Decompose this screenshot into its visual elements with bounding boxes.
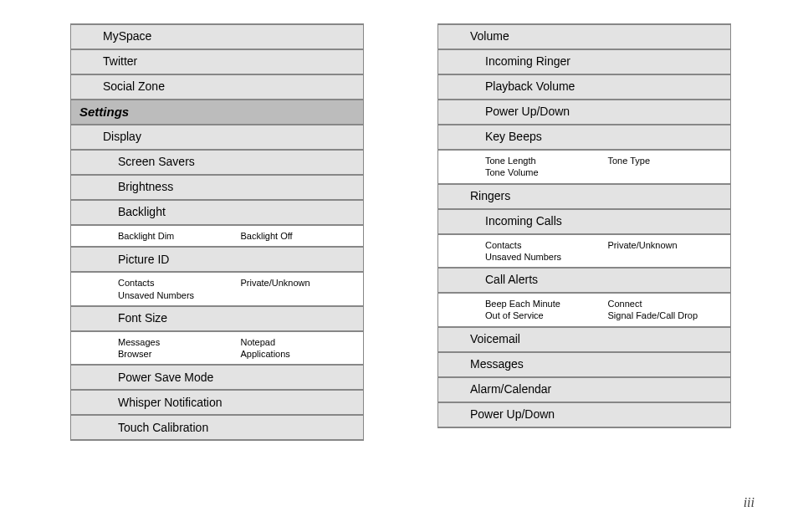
toc-row: Display — [70, 125, 364, 151]
toc-leaf-item: Backlight Off — [241, 230, 364, 242]
toc-row: Alarm/Calendar — [437, 378, 731, 403]
toc-row-label: Touch Calibration — [118, 422, 208, 434]
toc-row: MySpace — [70, 25, 364, 50]
toc-row: Twitter — [70, 50, 364, 75]
toc-row: Ringers — [437, 185, 731, 210]
toc-leaf-item: Private/Unknown — [241, 277, 364, 289]
toc-row-label: MySpace — [103, 30, 151, 43]
toc-leaf-item: Signal Fade/Call Drop — [608, 309, 731, 321]
toc-row: Key Beeps — [437, 125, 731, 151]
toc-row-label: Screen Savers — [118, 156, 195, 168]
toc-row-label: Ringers — [470, 190, 510, 202]
toc-row-label: Call Alerts — [485, 274, 538, 286]
toc-left-column: MySpaceTwitterSocial ZoneSettingsDisplay… — [70, 23, 364, 441]
toc-leaf-row: Tone LengthTone VolumeTone Type — [437, 151, 731, 185]
toc-row-label: Settings — [79, 105, 129, 120]
toc-row: Call Alerts — [437, 269, 731, 294]
toc-section-header: Settings — [70, 100, 364, 125]
toc-row: Whisper Notification — [70, 391, 364, 416]
toc-row-label: Playback Volume — [485, 80, 575, 93]
toc-leaf-item: Beep Each Minute — [485, 298, 608, 309]
toc-leaf-row: MessagesBrowserNotepadApplications — [70, 332, 364, 366]
toc-row: Picture ID — [70, 248, 364, 273]
toc-leaf-item: Tone Length — [485, 155, 608, 166]
toc-row-label: Font Size — [118, 312, 167, 325]
toc-right-column: VolumeIncoming RingerPlayback VolumePowe… — [437, 23, 731, 441]
toc-row-label: Backlight — [118, 206, 166, 218]
page-number: iii — [744, 495, 755, 510]
toc-row: Power Save Mode — [70, 366, 364, 391]
toc-leaf-row: ContactsUnsaved NumbersPrivate/Unknown — [70, 273, 364, 307]
toc-row-label: Power Save Mode — [118, 371, 213, 384]
toc-leaf-row: Beep Each MinuteOut of ServiceConnectSig… — [437, 294, 731, 328]
toc-leaf-item: Out of Service — [485, 309, 608, 321]
toc-row-label: Whisper Notification — [118, 396, 223, 409]
toc-leaf-item: Private/Unknown — [608, 239, 731, 251]
toc-row-label: Twitter — [103, 55, 137, 68]
toc-leaf-item: Tone Type — [608, 155, 731, 166]
toc-leaf-item: Unsaved Numbers — [118, 289, 241, 301]
toc-row: Screen Savers — [70, 151, 364, 176]
toc-row: Playback Volume — [437, 75, 731, 100]
toc-row-label: Incoming Ringer — [485, 55, 570, 68]
toc-row-label: Power Up/Down — [470, 408, 555, 421]
toc-leaf-item: Browser — [118, 348, 241, 360]
toc-leaf-row: ContactsUnsaved NumbersPrivate/Unknown — [437, 235, 731, 269]
toc-leaf-item: Contacts — [118, 277, 241, 289]
toc-row: Brightness — [70, 176, 364, 201]
toc-row: Power Up/Down — [437, 403, 731, 428]
toc-leaf-item: Notepad — [241, 336, 364, 348]
toc-row: Volume — [437, 25, 731, 50]
toc-row: Messages — [437, 353, 731, 378]
toc-leaf-item: Tone Volume — [485, 166, 608, 178]
toc-row: Power Up/Down — [437, 100, 731, 125]
toc-leaf-item: Backlight Dim — [118, 230, 241, 242]
toc-row-label: Volume — [470, 30, 509, 43]
toc-leaf-item: Messages — [118, 336, 241, 348]
toc-row: Backlight — [70, 201, 364, 226]
toc-row: Touch Calibration — [70, 416, 364, 441]
toc-row-label: Voicemail — [470, 333, 520, 345]
toc-row-label: Brightness — [118, 181, 173, 193]
toc-leaf-item: Connect — [608, 298, 731, 309]
toc-row: Font Size — [70, 307, 364, 332]
toc-row-label: Alarm/Calendar — [470, 383, 551, 396]
toc-page: MySpaceTwitterSocial ZoneSettingsDisplay… — [0, 0, 798, 441]
toc-row: Incoming Ringer — [437, 50, 731, 75]
toc-row-label: Social Zone — [103, 80, 165, 93]
toc-row-label: Incoming Calls — [485, 215, 562, 228]
toc-leaf-item: Contacts — [485, 239, 608, 251]
toc-row: Social Zone — [70, 75, 364, 100]
toc-row-label: Picture ID — [118, 253, 169, 266]
toc-leaf-row: Backlight DimBacklight Off — [70, 226, 364, 248]
toc-row-label: Display — [103, 130, 141, 143]
toc-leaf-item: Unsaved Numbers — [485, 251, 608, 263]
toc-row-label: Key Beeps — [485, 130, 542, 143]
toc-leaf-item: Applications — [241, 348, 364, 360]
toc-row: Incoming Calls — [437, 210, 731, 235]
toc-row: Voicemail — [437, 328, 731, 353]
toc-row-label: Messages — [470, 358, 524, 371]
toc-row-label: Power Up/Down — [485, 105, 570, 118]
